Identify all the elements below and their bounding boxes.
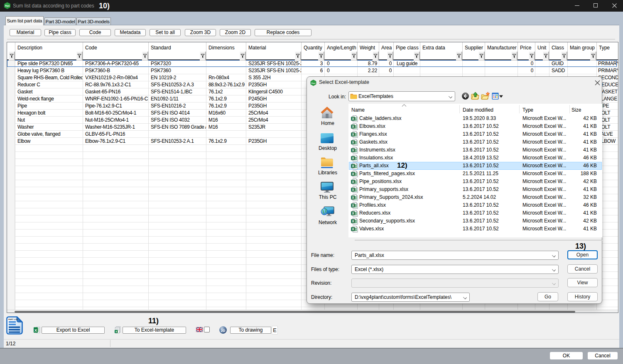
svg-text:X: X (352, 125, 354, 129)
svg-text:X: X (352, 133, 354, 137)
svg-text:X: X (352, 117, 354, 121)
svg-text:X: X (352, 220, 354, 223)
svg-text:X: X (352, 149, 354, 152)
svg-text:X: X (352, 141, 354, 144)
svg-text:X: X (352, 196, 354, 200)
svg-text:X: X (352, 188, 354, 192)
svg-text:X: X (34, 328, 37, 332)
svg-text:X: X (352, 172, 354, 176)
svg-text:PART LIST: PART LIST (8, 318, 18, 320)
svg-text:X: X (352, 156, 354, 160)
svg-text:X: X (352, 204, 354, 208)
svg-text:X: X (352, 212, 354, 215)
svg-text:X: X (352, 164, 354, 168)
svg-text:x: x (115, 330, 117, 333)
svg-text:X: X (352, 180, 354, 184)
svg-text:Plant: Plant (312, 82, 316, 84)
svg-text:Plant: Plant (5, 5, 10, 7)
svg-text:X: X (352, 227, 354, 231)
